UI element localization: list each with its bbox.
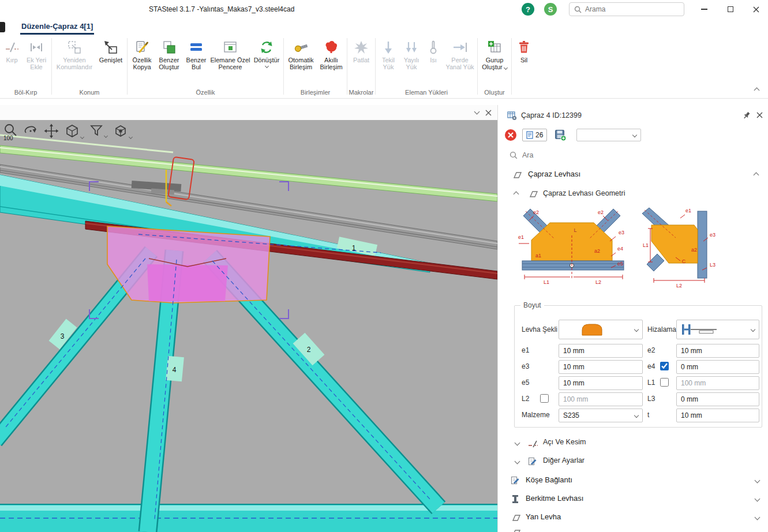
e5-input[interactable]	[559, 376, 643, 390]
filter-icon	[89, 123, 103, 137]
sil-button[interactable]: Sil	[513, 38, 535, 65]
section-berkitme-levhasi[interactable]: Berkitme Levhası	[498, 491, 768, 507]
pan-tool[interactable]	[44, 123, 59, 138]
tab-duzenle-capraz[interactable]: Düzenle-Çapraz 4[1]	[20, 20, 94, 35]
zoom-tool[interactable]: 100	[3, 123, 17, 141]
t-input[interactable]	[676, 409, 759, 422]
e1-input[interactable]	[559, 344, 643, 358]
avatar[interactable]: S	[544, 3, 557, 16]
element-count-box[interactable]: 26	[522, 129, 547, 141]
t-label: t	[647, 411, 649, 419]
panel-properties-icon	[507, 111, 517, 122]
benzer-olustur-button[interactable]: Benzer Oluştur	[155, 38, 183, 73]
plate-icon	[511, 529, 521, 532]
global-search-box[interactable]	[569, 2, 684, 16]
panel-search-input[interactable]	[522, 149, 672, 162]
help-button[interactable]: ?	[522, 3, 534, 16]
filter-tool[interactable]	[89, 123, 107, 137]
ribbon-group-label: Oluştur	[479, 88, 510, 98]
viewport-menu-chevron-icon[interactable]	[474, 109, 480, 115]
viewport-toolbar: 100	[3, 123, 132, 141]
viewport-3d-canvas[interactable]: 1 2 3 4	[0, 120, 497, 532]
expand-icon	[755, 515, 760, 520]
hizalama-select[interactable]	[676, 320, 759, 339]
panel-cancel-button[interactable]	[505, 129, 516, 141]
panel-close-icon[interactable]	[756, 112, 763, 120]
save-button[interactable]	[555, 129, 567, 143]
akilli-birlesim-button[interactable]: Akıllı Birleşim	[317, 38, 346, 73]
selection-bracket	[279, 182, 289, 191]
row-diger-ayarlar[interactable]: Diğer Ayarlar	[498, 454, 768, 469]
section-kose-baglanti[interactable]: Köşe Bağlantı	[498, 473, 768, 489]
yeniden-konumlandir-button: Yeniden Konumlandır	[53, 38, 96, 73]
pin-icon[interactable]	[743, 111, 751, 121]
select-chevron-icon	[634, 327, 639, 332]
benzer-bul-button[interactable]: Benzer Bul	[183, 38, 209, 73]
collapse-icon	[514, 192, 519, 197]
filter-dropdown-icon	[104, 134, 108, 138]
yayili-yuk-icon	[403, 39, 419, 55]
genislet-button[interactable]: Genişlet	[96, 38, 126, 65]
panel-search-icon	[509, 151, 518, 161]
ribbon: Kırp Ek Yeri Ekle Böl-Kırp Yeniden Konum…	[0, 35, 768, 99]
e4-input[interactable]	[676, 360, 759, 374]
viewport-header	[0, 105, 497, 120]
l2-input[interactable]	[559, 392, 643, 406]
global-search-input[interactable]	[585, 5, 679, 13]
view-cube-tool[interactable]	[65, 123, 84, 138]
gurup-olustur-dropdown-icon	[504, 66, 508, 70]
orbit-tool[interactable]	[23, 123, 38, 137]
app-menu-icon[interactable]	[0, 22, 5, 32]
section-partial[interactable]	[498, 528, 768, 532]
svg-text:C: C	[682, 258, 686, 264]
viewport-close-icon[interactable]	[485, 110, 492, 116]
subsection-geometri[interactable]: Çapraz Levhası Geometri	[498, 187, 768, 201]
ribbon-group-ozellik: Özellik Kopya Benzer Oluştur Benzer Bul …	[128, 35, 283, 98]
malzeme-select[interactable]: S235	[559, 409, 643, 422]
l3-input[interactable]	[676, 392, 759, 406]
save-icon	[555, 129, 567, 141]
e4-checkbox[interactable]	[660, 362, 669, 370]
donustur-button[interactable]: Dönüştür	[251, 38, 282, 69]
yayili-yuk-button: Yayılı Yük	[400, 38, 423, 73]
ozellik-kopya-button[interactable]: Özellik Kopya	[129, 38, 155, 73]
ibeam-icon	[511, 494, 519, 505]
donustur-icon	[259, 39, 275, 55]
l3-label: L3	[647, 395, 655, 403]
gusset-geometry-diagram: e2 e2 e1 L e3 a1 a2 e4 e5 L1 L2	[514, 207, 723, 295]
svg-text:e1: e1	[518, 234, 524, 240]
ek-yeri-ekle-icon	[28, 39, 44, 55]
expand-icon	[755, 496, 760, 502]
plate-shape-icon	[579, 322, 605, 337]
maximize-button[interactable]	[718, 0, 743, 18]
l1-checkbox[interactable]	[660, 378, 669, 387]
gurup-olustur-button[interactable]: Gurup Oluştur	[479, 38, 510, 73]
section-capraz-levhasi[interactable]: Çapraz Levhası	[498, 167, 768, 182]
otomatik-birlesim-button[interactable]: Otomatik Birleşim	[285, 38, 317, 73]
l2-label: L2	[522, 395, 529, 403]
l2-checkbox[interactable]	[540, 394, 549, 403]
maximize-icon	[728, 6, 733, 12]
perspective-tool[interactable]	[113, 123, 132, 138]
panel-combo[interactable]	[576, 129, 641, 141]
element-count: 26	[535, 131, 543, 139]
isi-icon	[425, 39, 441, 55]
row-aci-ve-kesim[interactable]: Açı Ve Kesim	[498, 436, 768, 451]
cancel-x-icon	[505, 129, 516, 141]
ribbon-collapse-icon[interactable]	[754, 88, 760, 93]
elemane-ozel-pencere-button[interactable]: Elemane Özel Pencere	[209, 38, 251, 73]
close-button[interactable]	[743, 0, 768, 18]
donustur-dropdown-icon	[264, 64, 268, 68]
viewport[interactable]: 1 2 3 4 100	[0, 120, 497, 532]
e3-input[interactable]	[559, 360, 643, 374]
section-yan-levha[interactable]: Yan Levha	[498, 509, 768, 526]
minimize-icon	[701, 9, 707, 10]
levha-sekli-select[interactable]	[559, 320, 643, 339]
l1-label: L1	[647, 379, 655, 387]
pan-icon	[44, 123, 59, 138]
minimize-button[interactable]	[691, 0, 717, 18]
l1-input[interactable]	[676, 376, 759, 390]
genislet-icon	[103, 39, 119, 55]
e2-input[interactable]	[676, 344, 759, 358]
page-edit-icon	[511, 476, 520, 487]
